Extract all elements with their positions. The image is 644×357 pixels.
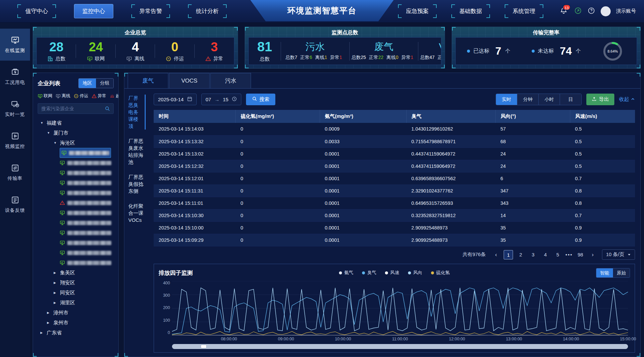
tree-region-福建省[interactable]: ▼福建省 xyxy=(38,118,114,128)
toggle-地区[interactable]: 地区 xyxy=(79,79,96,88)
search-icon[interactable] xyxy=(105,106,110,111)
enterprise-stats: 28总数24联网4离线0停运3异常 xyxy=(36,37,234,65)
sidebar-item-label: 工况用电 xyxy=(5,80,25,86)
topnav-item[interactable]: 系统管理 xyxy=(505,4,543,18)
column-header: 风向(°) xyxy=(495,110,570,123)
table-cell: 2025-03-14 15:14:03 xyxy=(154,123,235,135)
company-item[interactable] xyxy=(60,198,114,208)
tree-region-海沧区[interactable]: ▼海沧区 xyxy=(38,138,114,148)
topnav-item[interactable]: 异常告警 xyxy=(131,4,170,18)
table-cell: 0 xyxy=(235,160,320,172)
collapse-button[interactable]: 收起 xyxy=(619,96,635,103)
tab-VOCS[interactable]: VOCS xyxy=(169,73,210,88)
page-button[interactable]: 1 xyxy=(504,250,513,259)
table-cell: 0.0001 xyxy=(320,197,406,209)
topnav-item[interactable]: 值守中心 xyxy=(17,4,56,18)
page-button[interactable]: 3 xyxy=(528,250,538,259)
legend-item-硫化氢[interactable]: 硫化氢 xyxy=(431,270,450,276)
tree-region-泉州市[interactable]: ▶泉州市 xyxy=(38,318,114,328)
tree-region-厦门市[interactable]: ▼厦门市 xyxy=(38,128,114,138)
time-range-picker[interactable]: 07 → 15 xyxy=(201,94,241,105)
page-button[interactable]: 5 xyxy=(553,250,562,259)
table-cell: 0.5 xyxy=(570,135,635,148)
sidebar-item-video-surveillance[interactable]: 视频监控 xyxy=(0,125,30,157)
company-item[interactable] xyxy=(60,248,114,258)
sidebar-item-power-usage[interactable]: 工况用电 xyxy=(0,61,30,93)
station-item[interactable]: 厂界恶臭电务课楼顶 xyxy=(128,95,146,130)
company-item[interactable] xyxy=(60,178,114,188)
sidebar-item-transmission-rate[interactable]: 传输率 xyxy=(0,157,30,188)
page-button[interactable]: 2 xyxy=(516,250,525,259)
page-button[interactable]: 98 xyxy=(576,250,585,259)
granularity-小时[interactable]: 小时 xyxy=(539,94,560,105)
legend-item-风向[interactable]: 风向 xyxy=(408,270,422,276)
topnav-item[interactable]: 基础数据 xyxy=(451,4,490,18)
search-input[interactable] xyxy=(41,106,102,111)
avatar[interactable] xyxy=(601,6,611,16)
tree-region-翔安区[interactable]: ▶翔安区 xyxy=(38,278,114,288)
prev-page-button[interactable]: ‹ xyxy=(491,250,501,259)
tree-region-广东省[interactable]: ▶广东省 xyxy=(38,328,114,338)
tree-region-集美区[interactable]: ▶集美区 xyxy=(38,268,114,278)
company-item[interactable] xyxy=(60,208,114,218)
clock-icon xyxy=(232,96,237,103)
legend-item-风速[interactable]: 风速 xyxy=(385,270,399,276)
tab-污水[interactable]: 污水 xyxy=(210,73,251,88)
chart-header: 排放因子监测 氨气臭气风速风向硫化氢 智能原始 xyxy=(159,268,630,278)
topnav-item[interactable]: 统计分析 xyxy=(188,4,227,18)
chart-mode-原始[interactable]: 原始 xyxy=(613,268,630,277)
table-cell: 0.0001 xyxy=(320,172,406,184)
table-cell: 2.909925488973 xyxy=(406,234,495,246)
column-header: 氨气(mg/m³) xyxy=(320,110,406,123)
sidebar-item-realtime-overview[interactable]: 实时一览 xyxy=(0,93,30,125)
sidebar-item-online-monitoring[interactable]: 在线监测 xyxy=(0,29,30,61)
table-cell: 35 xyxy=(495,221,570,234)
chart-scrollbar[interactable] xyxy=(172,344,628,349)
chart-mode-智能[interactable]: 智能 xyxy=(596,268,613,277)
card-title: 企业总览 xyxy=(36,29,234,37)
page-button[interactable]: 4 xyxy=(541,250,550,259)
help-button[interactable] xyxy=(587,7,595,15)
table-cell: 2025-03-14 15:10:00 xyxy=(154,221,235,234)
tree-region-同安区[interactable]: ▶同安区 xyxy=(38,288,114,298)
connection-status-button[interactable] xyxy=(574,7,582,15)
search-button[interactable]: 搜索 xyxy=(246,94,275,105)
company-item[interactable] xyxy=(60,238,114,248)
x-tick-label: 10:00:00 xyxy=(335,337,351,341)
tree-region-湖里区[interactable]: ▶湖里区 xyxy=(38,298,114,308)
export-button[interactable]: 导出 xyxy=(586,94,614,105)
company-item[interactable] xyxy=(60,228,114,238)
account-name[interactable]: 演示账号 xyxy=(616,8,636,14)
legend-item-臭气[interactable]: 臭气 xyxy=(362,270,376,276)
table-cell: 347 xyxy=(495,184,570,197)
tab-废气[interactable]: 废气 xyxy=(128,73,168,88)
station-item[interactable]: 厂界恶臭假捻东侧 xyxy=(128,174,146,194)
company-item[interactable] xyxy=(60,218,114,228)
sidebar-item-device-feedback[interactable]: 设备反馈 xyxy=(0,188,30,220)
granularity-实时[interactable]: 实时 xyxy=(496,94,517,105)
topnav-item[interactable]: 监控中心 xyxy=(74,4,113,18)
granularity-分钟[interactable]: 分钟 xyxy=(517,94,539,105)
company-item[interactable] xyxy=(60,168,114,178)
company-item[interactable] xyxy=(60,188,114,198)
station-item[interactable]: 厂界恶臭废水站排海池 xyxy=(128,138,146,166)
company-item[interactable] xyxy=(60,158,114,168)
enterprise-list-header: 企业列表 地区分组 xyxy=(38,78,114,88)
granularity-日[interactable]: 日 xyxy=(560,94,581,105)
scrollbar-handle[interactable] xyxy=(201,345,207,348)
page-size-select[interactable]: 10 条/页 xyxy=(602,249,635,260)
notifications-button[interactable]: 13 xyxy=(560,7,569,16)
toggle-分组[interactable]: 分组 xyxy=(96,79,113,88)
table-cell: 24 xyxy=(495,148,570,160)
next-page-button[interactable]: › xyxy=(588,250,597,259)
company-item[interactable] xyxy=(60,258,114,268)
transmission-unreached: 未达标 74 个 xyxy=(532,45,581,57)
company-item[interactable] xyxy=(60,148,111,158)
station-item[interactable]: 化纤聚合一课VOCs xyxy=(128,202,146,223)
date-picker[interactable]: 2025-03-14 xyxy=(154,94,197,105)
company-name-redacted xyxy=(69,151,109,155)
legend-item-氨气[interactable]: 氨气 xyxy=(339,270,353,276)
table-row: 2025-03-14 15:10:0000.00012.909925488973… xyxy=(154,221,635,234)
tree-region-漳州市[interactable]: ▶漳州市 xyxy=(38,308,114,318)
topnav-item[interactable]: 应急预案 xyxy=(398,4,437,18)
